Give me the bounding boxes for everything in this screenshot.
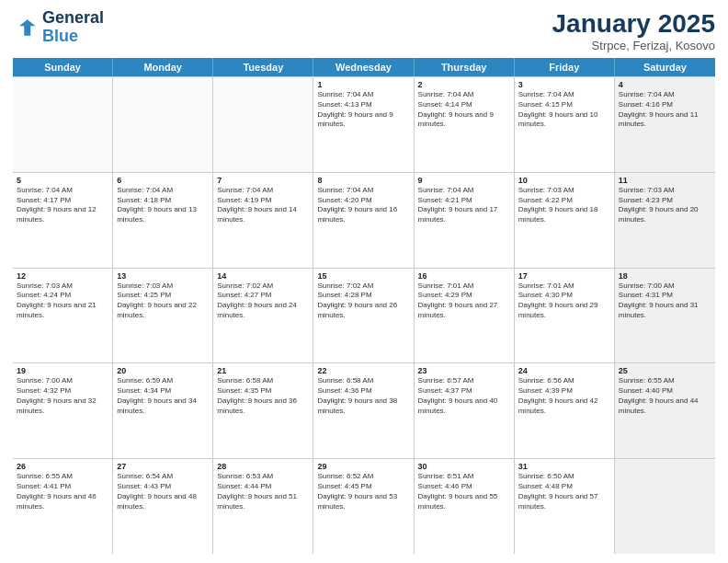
calendar-cell bbox=[13, 77, 113, 172]
calendar-cell: 7Sunrise: 7:04 AMSunset: 4:19 PMDaylight… bbox=[213, 173, 313, 268]
day-number: 14 bbox=[217, 271, 309, 281]
cell-info: Sunrise: 7:01 AMSunset: 4:29 PMDaylight:… bbox=[418, 282, 510, 321]
cell-info: Sunrise: 6:57 AMSunset: 4:37 PMDaylight:… bbox=[418, 376, 510, 416]
day-number: 30 bbox=[418, 462, 510, 471]
calendar-cell: 25Sunrise: 6:55 AMSunset: 4:40 PMDayligh… bbox=[615, 363, 715, 458]
day-number: 8 bbox=[317, 176, 409, 185]
location: Strpce, Ferizaj, Kosovo bbox=[552, 39, 715, 52]
calendar-cell: 3Sunrise: 7:04 AMSunset: 4:15 PMDaylight… bbox=[515, 77, 615, 172]
cell-info: Sunrise: 7:04 AMSunset: 4:17 PMDaylight:… bbox=[17, 186, 108, 225]
day-number: 19 bbox=[17, 366, 108, 375]
cell-info: Sunrise: 7:03 AMSunset: 4:25 PMDaylight:… bbox=[117, 282, 209, 321]
cell-info: Sunrise: 7:04 AMSunset: 4:13 PMDaylight:… bbox=[317, 90, 409, 130]
header-day-sunday: Sunday bbox=[13, 58, 113, 76]
calendar-cell: 2Sunrise: 7:04 AMSunset: 4:14 PMDaylight… bbox=[415, 77, 515, 172]
cell-info: Sunrise: 7:01 AMSunset: 4:30 PMDaylight:… bbox=[518, 282, 610, 321]
calendar-cell: 4Sunrise: 7:04 AMSunset: 4:16 PMDaylight… bbox=[615, 77, 715, 172]
calendar-cell bbox=[113, 77, 213, 172]
calendar-cell: 19Sunrise: 7:00 AMSunset: 4:32 PMDayligh… bbox=[13, 363, 113, 458]
calendar-cell: 20Sunrise: 6:59 AMSunset: 4:34 PMDayligh… bbox=[113, 363, 213, 458]
day-number: 4 bbox=[619, 80, 711, 89]
calendar-cell: 23Sunrise: 6:57 AMSunset: 4:37 PMDayligh… bbox=[415, 363, 515, 458]
calendar-cell: 21Sunrise: 6:58 AMSunset: 4:35 PMDayligh… bbox=[213, 363, 313, 458]
header-day-friday: Friday bbox=[515, 58, 615, 76]
cell-info: Sunrise: 7:02 AMSunset: 4:27 PMDaylight:… bbox=[217, 282, 309, 321]
day-number: 29 bbox=[317, 462, 409, 471]
calendar-body: 1Sunrise: 7:04 AMSunset: 4:13 PMDaylight… bbox=[13, 76, 715, 554]
calendar: SundayMondayTuesdayWednesdayThursdayFrid… bbox=[13, 58, 715, 554]
header-day-tuesday: Tuesday bbox=[213, 58, 313, 76]
calendar-cell: 10Sunrise: 7:03 AMSunset: 4:22 PMDayligh… bbox=[515, 173, 615, 268]
day-number: 7 bbox=[217, 176, 309, 185]
calendar-cell: 1Sunrise: 7:04 AMSunset: 4:13 PMDaylight… bbox=[313, 77, 414, 172]
cell-info: Sunrise: 7:04 AMSunset: 4:16 PMDaylight:… bbox=[619, 90, 711, 130]
calendar-cell: 17Sunrise: 7:01 AMSunset: 4:30 PMDayligh… bbox=[515, 269, 615, 363]
header: General Blue January 2025 Strpce, Feriza… bbox=[13, 9, 715, 52]
day-number: 6 bbox=[117, 176, 209, 185]
calendar-cell bbox=[213, 77, 313, 172]
calendar-cell: 28Sunrise: 6:53 AMSunset: 4:44 PMDayligh… bbox=[213, 459, 313, 554]
calendar-week-5: 26Sunrise: 6:55 AMSunset: 4:41 PMDayligh… bbox=[13, 459, 715, 554]
cell-info: Sunrise: 6:56 AMSunset: 4:39 PMDaylight:… bbox=[518, 376, 610, 416]
day-number: 31 bbox=[518, 462, 610, 471]
cell-info: Sunrise: 7:00 AMSunset: 4:31 PMDaylight:… bbox=[619, 282, 711, 321]
day-number: 11 bbox=[619, 176, 711, 185]
day-number: 28 bbox=[217, 462, 309, 471]
logo: General Blue bbox=[13, 9, 104, 46]
cell-info: Sunrise: 7:00 AMSunset: 4:32 PMDaylight:… bbox=[17, 376, 108, 416]
day-number: 23 bbox=[418, 366, 510, 375]
cell-info: Sunrise: 6:52 AMSunset: 4:45 PMDaylight:… bbox=[317, 472, 409, 511]
day-number: 17 bbox=[518, 271, 610, 281]
header-day-monday: Monday bbox=[113, 58, 213, 76]
calendar-week-4: 19Sunrise: 7:00 AMSunset: 4:32 PMDayligh… bbox=[13, 363, 715, 459]
calendar-cell: 18Sunrise: 7:00 AMSunset: 4:31 PMDayligh… bbox=[615, 269, 715, 363]
calendar-cell: 29Sunrise: 6:52 AMSunset: 4:45 PMDayligh… bbox=[313, 459, 414, 554]
calendar-cell: 15Sunrise: 7:02 AMSunset: 4:28 PMDayligh… bbox=[313, 269, 414, 363]
cell-info: Sunrise: 6:58 AMSunset: 4:36 PMDaylight:… bbox=[317, 376, 409, 416]
cell-info: Sunrise: 7:02 AMSunset: 4:28 PMDaylight:… bbox=[317, 282, 409, 321]
header-day-saturday: Saturday bbox=[615, 58, 715, 76]
calendar-cell bbox=[615, 459, 715, 554]
cell-info: Sunrise: 6:51 AMSunset: 4:46 PMDaylight:… bbox=[418, 472, 510, 511]
cell-info: Sunrise: 6:54 AMSunset: 4:43 PMDaylight:… bbox=[117, 472, 209, 511]
cell-info: Sunrise: 7:03 AMSunset: 4:23 PMDaylight:… bbox=[619, 186, 711, 225]
cell-info: Sunrise: 6:58 AMSunset: 4:35 PMDaylight:… bbox=[217, 376, 309, 416]
day-number: 13 bbox=[117, 271, 209, 281]
cell-info: Sunrise: 7:04 AMSunset: 4:15 PMDaylight:… bbox=[518, 90, 610, 130]
day-number: 27 bbox=[117, 462, 209, 471]
day-number: 18 bbox=[619, 271, 711, 281]
cell-info: Sunrise: 6:55 AMSunset: 4:41 PMDaylight:… bbox=[17, 472, 108, 511]
cell-info: Sunrise: 6:55 AMSunset: 4:40 PMDaylight:… bbox=[619, 376, 711, 416]
calendar-cell: 11Sunrise: 7:03 AMSunset: 4:23 PMDayligh… bbox=[615, 173, 715, 268]
calendar-week-3: 12Sunrise: 7:03 AMSunset: 4:24 PMDayligh… bbox=[13, 269, 715, 364]
header-day-wednesday: Wednesday bbox=[313, 58, 414, 76]
calendar-cell: 27Sunrise: 6:54 AMSunset: 4:43 PMDayligh… bbox=[113, 459, 213, 554]
day-number: 24 bbox=[518, 366, 610, 375]
cell-info: Sunrise: 7:04 AMSunset: 4:14 PMDaylight:… bbox=[418, 90, 510, 130]
cell-info: Sunrise: 7:03 AMSunset: 4:24 PMDaylight:… bbox=[17, 282, 108, 321]
calendar-cell: 5Sunrise: 7:04 AMSunset: 4:17 PMDaylight… bbox=[13, 173, 113, 268]
header-day-thursday: Thursday bbox=[415, 58, 515, 76]
day-number: 20 bbox=[117, 366, 209, 375]
day-number: 5 bbox=[17, 176, 108, 185]
calendar-cell: 13Sunrise: 7:03 AMSunset: 4:25 PMDayligh… bbox=[113, 269, 213, 363]
cell-info: Sunrise: 6:53 AMSunset: 4:44 PMDaylight:… bbox=[217, 472, 309, 511]
calendar-week-2: 5Sunrise: 7:04 AMSunset: 4:17 PMDaylight… bbox=[13, 173, 715, 269]
title-block: January 2025 Strpce, Ferizaj, Kosovo bbox=[552, 9, 715, 52]
cell-info: Sunrise: 7:04 AMSunset: 4:18 PMDaylight:… bbox=[117, 186, 209, 225]
day-number: 15 bbox=[317, 271, 409, 281]
logo-line1: General bbox=[42, 9, 104, 28]
day-number: 25 bbox=[619, 366, 711, 375]
calendar-cell: 9Sunrise: 7:04 AMSunset: 4:21 PMDaylight… bbox=[415, 173, 515, 268]
calendar-week-1: 1Sunrise: 7:04 AMSunset: 4:13 PMDaylight… bbox=[13, 76, 715, 173]
logo-text: General Blue bbox=[42, 9, 104, 46]
calendar-cell: 30Sunrise: 6:51 AMSunset: 4:46 PMDayligh… bbox=[415, 459, 515, 554]
cell-info: Sunrise: 7:04 AMSunset: 4:21 PMDaylight:… bbox=[418, 186, 510, 225]
month-title: January 2025 bbox=[552, 9, 715, 39]
logo-icon bbox=[13, 15, 39, 40]
cell-info: Sunrise: 7:04 AMSunset: 4:19 PMDaylight:… bbox=[217, 186, 309, 225]
cell-info: Sunrise: 6:59 AMSunset: 4:34 PMDaylight:… bbox=[117, 376, 209, 416]
calendar-cell: 26Sunrise: 6:55 AMSunset: 4:41 PMDayligh… bbox=[13, 459, 113, 554]
cell-info: Sunrise: 7:04 AMSunset: 4:20 PMDaylight:… bbox=[317, 186, 409, 225]
day-number: 2 bbox=[418, 80, 510, 89]
